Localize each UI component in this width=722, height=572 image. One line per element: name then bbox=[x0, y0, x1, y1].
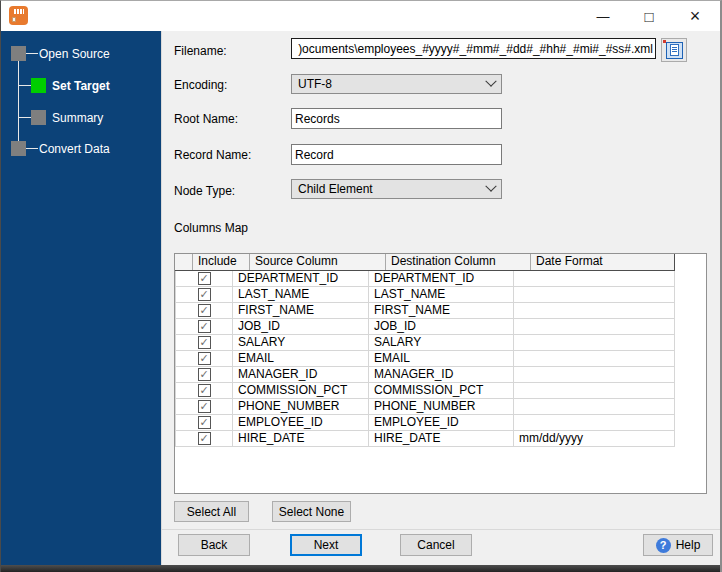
cancel-button[interactable]: Cancel bbox=[400, 534, 472, 556]
table-row[interactable]: ✓ EMAIL EMAIL bbox=[175, 351, 674, 367]
include-checkbox[interactable]: ✓ bbox=[198, 272, 211, 285]
node-type-select[interactable]: Child Element bbox=[291, 179, 502, 199]
record-name-input[interactable] bbox=[291, 144, 502, 165]
step-marker-icon bbox=[31, 110, 46, 125]
date-format-cell[interactable] bbox=[514, 415, 674, 430]
sidebar-step-set-target: Set Target bbox=[31, 78, 110, 93]
step-connector-line bbox=[18, 53, 19, 149]
include-cell[interactable]: ✓ bbox=[176, 287, 233, 302]
table-row[interactable]: ✓ COMMISSION_PCT COMMISSION_PCT bbox=[175, 383, 674, 399]
date-format-cell[interactable] bbox=[514, 383, 674, 398]
include-cell[interactable]: ✓ bbox=[176, 431, 233, 446]
destination-column-cell[interactable]: HIRE_DATE bbox=[369, 431, 514, 446]
date-format-cell[interactable]: mm/dd/yyyy bbox=[514, 431, 674, 446]
help-button[interactable]: ? Help bbox=[643, 534, 713, 556]
include-cell[interactable]: ✓ bbox=[176, 351, 233, 366]
destination-column-cell[interactable]: JOB_ID bbox=[369, 319, 514, 334]
date-format-cell[interactable] bbox=[514, 351, 674, 366]
source-column-cell[interactable]: JOB_ID bbox=[233, 319, 369, 334]
include-checkbox[interactable]: ✓ bbox=[198, 384, 211, 397]
sidebar-step-summary: Summary bbox=[31, 110, 103, 125]
date-format-cell[interactable] bbox=[514, 303, 674, 318]
help-icon: ? bbox=[656, 538, 671, 553]
sidebar-step-label: Convert Data bbox=[39, 142, 110, 156]
source-column-cell[interactable]: EMPLOYEE_ID bbox=[233, 415, 369, 430]
include-checkbox[interactable]: ✓ bbox=[198, 304, 211, 317]
back-button[interactable]: Back bbox=[178, 534, 250, 556]
include-cell[interactable]: ✓ bbox=[176, 271, 233, 286]
next-button[interactable]: Next bbox=[290, 534, 362, 556]
root-name-input[interactable] bbox=[291, 108, 502, 129]
table-row[interactable]: ✓ SALARY SALARY bbox=[175, 335, 674, 351]
table-row[interactable]: ✓ MANAGER_ID MANAGER_ID bbox=[175, 367, 674, 383]
source-column-cell[interactable]: FIRST_NAME bbox=[233, 303, 369, 318]
minimize-button[interactable]: — bbox=[580, 1, 626, 31]
table-row[interactable]: ✓ DEPARTMENT_ID DEPARTMENT_ID bbox=[175, 271, 674, 287]
include-checkbox[interactable]: ✓ bbox=[198, 352, 211, 365]
select-all-button[interactable]: Select All bbox=[174, 501, 249, 522]
destination-column-cell[interactable]: MANAGER_ID bbox=[369, 367, 514, 382]
include-checkbox[interactable]: ✓ bbox=[198, 336, 211, 349]
include-checkbox[interactable]: ✓ bbox=[198, 320, 211, 333]
include-checkbox[interactable]: ✓ bbox=[198, 432, 211, 445]
destination-column-cell[interactable]: SALARY bbox=[369, 335, 514, 350]
table-row[interactable]: ✓ JOB_ID JOB_ID bbox=[175, 319, 674, 335]
close-button[interactable]: × bbox=[672, 1, 718, 31]
include-checkbox[interactable]: ✓ bbox=[198, 288, 211, 301]
date-format-cell[interactable] bbox=[514, 319, 674, 334]
include-cell[interactable]: ✓ bbox=[176, 319, 233, 334]
table-row[interactable]: ✓ HIRE_DATE HIRE_DATE mm/dd/yyyy bbox=[175, 431, 674, 447]
destination-column-cell[interactable]: FIRST_NAME bbox=[369, 303, 514, 318]
app-icon[interactable] bbox=[9, 6, 28, 25]
record-name-label: Record Name: bbox=[174, 148, 286, 162]
sidebar-step-convert-data: Convert Data bbox=[11, 141, 110, 156]
step-marker-icon bbox=[31, 78, 46, 93]
destination-column-cell[interactable]: EMAIL bbox=[369, 351, 514, 366]
step-marker-icon bbox=[11, 141, 26, 156]
include-checkbox[interactable]: ✓ bbox=[198, 400, 211, 413]
destination-column-cell[interactable]: EMPLOYEE_ID bbox=[369, 415, 514, 430]
select-none-button[interactable]: Select None bbox=[272, 501, 351, 522]
table-row[interactable]: ✓ LAST_NAME LAST_NAME bbox=[175, 287, 674, 303]
include-checkbox[interactable]: ✓ bbox=[198, 368, 211, 381]
include-cell[interactable]: ✓ bbox=[176, 399, 233, 414]
destination-column-cell[interactable]: DEPARTMENT_ID bbox=[369, 271, 514, 286]
step-marker-icon bbox=[11, 46, 26, 61]
date-format-cell[interactable] bbox=[514, 335, 674, 350]
source-column-cell[interactable]: LAST_NAME bbox=[233, 287, 369, 302]
include-checkbox[interactable]: ✓ bbox=[198, 416, 211, 429]
row-selector-header bbox=[175, 254, 193, 270]
date-format-cell[interactable] bbox=[514, 399, 674, 414]
destination-column-cell[interactable]: PHONE_NUMBER bbox=[369, 399, 514, 414]
maximize-button[interactable]: □ bbox=[626, 1, 672, 31]
browse-file-button[interactable] bbox=[661, 38, 687, 62]
date-format-cell[interactable] bbox=[514, 367, 674, 382]
source-column-cell[interactable]: SALARY bbox=[233, 335, 369, 350]
date-format-cell[interactable] bbox=[514, 271, 674, 286]
include-cell[interactable]: ✓ bbox=[176, 415, 233, 430]
source-column-cell[interactable]: DEPARTMENT_ID bbox=[233, 271, 369, 286]
destination-column-cell[interactable]: LAST_NAME bbox=[369, 287, 514, 302]
encoding-select[interactable]: UTF-8 bbox=[291, 74, 502, 94]
source-column-cell[interactable]: PHONE_NUMBER bbox=[233, 399, 369, 414]
step-connector-line bbox=[18, 85, 32, 86]
include-cell[interactable]: ✓ bbox=[176, 303, 233, 318]
include-header: Include bbox=[193, 254, 250, 270]
filename-input[interactable]: )ocuments\employees_#yyyy#_#mm#_#dd#_#hh… bbox=[291, 38, 656, 59]
source-column-cell[interactable]: HIRE_DATE bbox=[233, 431, 369, 446]
date-format-cell[interactable] bbox=[514, 287, 674, 302]
source-column-cell[interactable]: COMMISSION_PCT bbox=[233, 383, 369, 398]
source-column-header: Source Column bbox=[250, 254, 386, 270]
include-cell[interactable]: ✓ bbox=[176, 367, 233, 382]
destination-column-cell[interactable]: COMMISSION_PCT bbox=[369, 383, 514, 398]
table-row[interactable]: ✓ PHONE_NUMBER PHONE_NUMBER bbox=[175, 399, 674, 415]
source-column-cell[interactable]: MANAGER_ID bbox=[233, 367, 369, 382]
table-row[interactable]: ✓ FIRST_NAME FIRST_NAME bbox=[175, 303, 674, 319]
table-row[interactable]: ✓ EMPLOYEE_ID EMPLOYEE_ID bbox=[175, 415, 674, 431]
include-cell[interactable]: ✓ bbox=[176, 383, 233, 398]
include-cell[interactable]: ✓ bbox=[176, 335, 233, 350]
file-chip-icon bbox=[12, 17, 16, 22]
date-format-header: Date Format bbox=[531, 254, 674, 270]
filename-label: Filename: bbox=[174, 44, 286, 58]
source-column-cell[interactable]: EMAIL bbox=[233, 351, 369, 366]
